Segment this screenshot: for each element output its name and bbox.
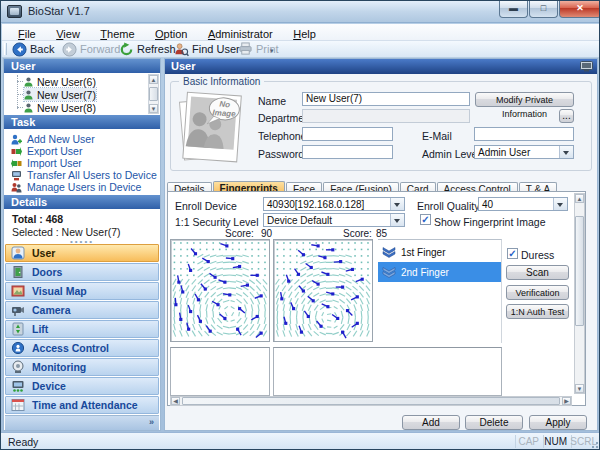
tree-item-label: New User(7)	[37, 89, 96, 101]
sidebar-item-monitoring[interactable]: Monitoring	[5, 358, 159, 376]
verification-test-button[interactable]: Verification Test	[506, 285, 569, 300]
sidebar-user-header: User	[4, 59, 160, 73]
security-level-select[interactable]: Device Default	[263, 213, 405, 227]
nav-label: Monitoring	[32, 361, 86, 373]
department-browse-button[interactable]: ...	[559, 109, 574, 123]
tree-item-new-user-8[interactable]: New User(8)	[24, 101, 96, 114]
department-input[interactable]	[302, 109, 470, 123]
scroll-right-icon[interactable]: ▶	[562, 397, 571, 405]
sidebar-item-time-attendance[interactable]: Time and Attendance	[5, 396, 159, 414]
close-button[interactable]: ✕	[559, 1, 600, 18]
security-level-label: 1:1 Security Level	[175, 216, 258, 228]
admin-level-label: Admin Level	[422, 148, 480, 160]
delete-button[interactable]: Delete	[465, 415, 523, 430]
modify-private-info-button[interactable]: Modify Private Information	[475, 92, 574, 107]
nav-label: Lift	[32, 323, 48, 335]
task-add-new-user[interactable]: Add New User	[11, 133, 95, 145]
menu-theme[interactable]: Theme	[92, 26, 142, 40]
import-icon	[11, 158, 22, 169]
horizontal-scrollbar[interactable]: ◀ ▶	[170, 396, 572, 406]
auth-test-button[interactable]: 1:N Auth Test	[506, 304, 569, 319]
enroll-device-select[interactable]: 40930[192.168.0.128]	[263, 197, 405, 211]
finger-item-2nd[interactable]: 2nd Finger	[378, 262, 501, 282]
duress-checkbox[interactable]: ✓	[507, 248, 518, 259]
sidebar-item-doors[interactable]: Doors	[5, 263, 159, 281]
sidebar-item-lift[interactable]: Lift	[5, 320, 159, 338]
user-nav-icon	[11, 246, 25, 260]
nav-label: Doors	[32, 266, 62, 278]
print-button[interactable]: Print	[234, 41, 283, 57]
tree-connector	[17, 81, 23, 82]
toolbar-overflow-icon[interactable]: ▾	[270, 47, 274, 55]
task-export-user[interactable]: Export User	[11, 145, 82, 157]
back-label: Back	[30, 43, 54, 55]
scroll-thumb[interactable]	[149, 87, 158, 101]
user-icon	[24, 90, 33, 100]
name-input[interactable]: New User(7)	[302, 92, 470, 106]
task-import-user[interactable]: Import User	[11, 157, 82, 169]
tree-item-new-user-7[interactable]: New User(7)	[24, 88, 96, 101]
num-lock-indicator: NUM	[544, 436, 567, 447]
email-input[interactable]	[474, 127, 574, 141]
finger-list: 1st Finger 2nd Finger	[378, 239, 502, 343]
menu-administrator[interactable]: Administrator	[200, 26, 281, 40]
scroll-down-icon[interactable]: ▼	[149, 104, 158, 113]
menu-help[interactable]: Help	[285, 26, 324, 40]
user-icon	[24, 77, 33, 87]
group-label: Basic Information	[179, 76, 264, 87]
maximize-button[interactable]: □	[529, 1, 558, 18]
scroll-up-icon[interactable]: ▲	[575, 194, 584, 203]
telephone-input[interactable]	[302, 127, 393, 141]
tree-scrollbar[interactable]: ▲ ▼	[148, 74, 159, 114]
nav-label: Camera	[32, 304, 71, 316]
task-manage-users-in-device[interactable]: Manage Users in Device	[11, 181, 141, 193]
scroll-up-icon[interactable]: ▲	[149, 75, 158, 84]
minimize-button[interactable]: ▬	[499, 1, 528, 18]
fingerprint-image-1	[170, 239, 270, 342]
menu-option[interactable]: Option	[147, 26, 195, 40]
scan-button[interactable]: Scan	[506, 265, 569, 280]
nav-footer: »	[5, 415, 159, 430]
add-button[interactable]: Add	[402, 415, 460, 430]
tree-item-new-user-6[interactable]: New User(6)	[24, 75, 96, 88]
finger-label: 1st Finger	[401, 247, 445, 258]
sidebar-item-device[interactable]: Device	[5, 377, 159, 395]
score-label-1: Score:	[225, 228, 254, 239]
enroll-quality-select[interactable]: 40	[478, 197, 568, 211]
sidebar-item-camera[interactable]: Camera	[5, 301, 159, 319]
monitoring-icon	[11, 360, 25, 374]
vertical-scrollbar[interactable]: ▲ ▼	[574, 193, 585, 394]
apply-button[interactable]: Apply	[529, 415, 587, 430]
scroll-thumb[interactable]	[575, 216, 584, 326]
task-label: Transfer All Users to Device	[27, 169, 157, 181]
sidebar-item-user[interactable]: User	[5, 244, 159, 262]
menu-view[interactable]: View	[48, 26, 88, 40]
sidebar-item-visual-map[interactable]: Visual Map	[5, 282, 159, 300]
sidebar-item-access-control[interactable]: Access Control	[5, 339, 159, 357]
tree-item-label: New User(8)	[37, 102, 96, 114]
score-label-2: Score:	[343, 228, 372, 239]
device-status-icon[interactable]	[580, 61, 593, 72]
password-input[interactable]	[302, 145, 393, 159]
nav-label: Access Control	[32, 342, 109, 354]
finger-label: 2nd Finger	[401, 267, 449, 278]
scroll-down-icon[interactable]: ▼	[575, 384, 584, 393]
print-label: Print	[256, 43, 279, 55]
scroll-left-icon[interactable]: ◀	[171, 397, 180, 405]
sidebar: User New User(6) New User(7) New User(8)…	[3, 58, 161, 431]
user-tree: New User(6) New User(7) New User(8) ▲ ▼	[4, 73, 160, 115]
show-fingerprint-checkbox[interactable]: ✓	[420, 214, 431, 225]
scroll-thumb[interactable]	[182, 397, 560, 405]
task-transfer-all-users[interactable]: Transfer All Users to Device	[11, 169, 157, 181]
back-button[interactable]: Back	[8, 41, 58, 57]
resize-grip[interactable]	[589, 439, 599, 449]
menu-file[interactable]: File	[10, 26, 44, 40]
nav-label: Time and Attendance	[32, 399, 138, 411]
fingerprint-raw-1	[170, 347, 270, 396]
nav-label: Device	[32, 380, 66, 392]
nav-overflow-icon[interactable]: »	[149, 417, 154, 427]
task-label: Add New User	[27, 133, 95, 145]
finger-item-1st[interactable]: 1st Finger	[378, 243, 501, 261]
find-user-button[interactable]: Find User	[170, 41, 244, 57]
admin-level-select[interactable]: Admin User	[474, 145, 574, 159]
